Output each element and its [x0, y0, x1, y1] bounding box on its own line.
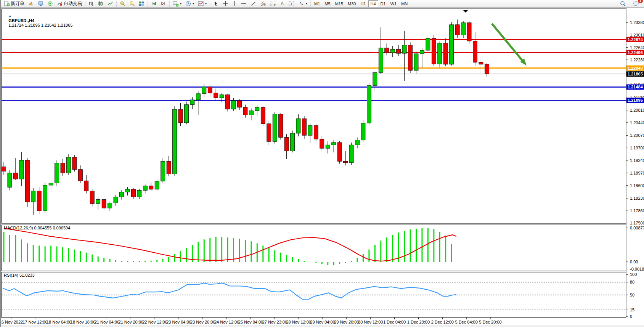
- price-tick-label: 1.19700: [630, 146, 644, 150]
- signals-button[interactable]: [45, 0, 55, 7]
- rsi-indicator-label: RSI(14) 51.0233: [4, 273, 35, 277]
- candle: [467, 22, 471, 41]
- text-button[interactable]: A: [278, 0, 287, 7]
- candle: [337, 143, 342, 161]
- vertical-line-button[interactable]: [230, 0, 239, 7]
- candle: [108, 203, 112, 208]
- candle: [355, 140, 360, 145]
- price-tick-label: 1.20810: [630, 108, 644, 112]
- text-icon: A: [280, 1, 285, 6]
- price-axis-column[interactable]: [626, 7, 644, 327]
- rsi-axis-label: 100: [630, 272, 637, 277]
- horn-button[interactable]: [26, 0, 36, 7]
- candle: [402, 45, 406, 54]
- monitor-icon: [38, 1, 43, 6]
- timeframe-h4-button[interactable]: H4: [368, 0, 378, 7]
- timeframe-mn-button[interactable]: MN: [399, 0, 410, 7]
- chevron-down-icon: ▾: [205, 2, 207, 5]
- candle: [279, 114, 283, 138]
- templates-button[interactable]: ▾: [196, 0, 209, 7]
- svg-text:F: F: [274, 4, 276, 6]
- cursor-button[interactable]: [211, 0, 221, 7]
- text-label-button[interactable]: T: [287, 0, 297, 7]
- candle: [443, 43, 448, 64]
- zoom-in-button[interactable]: [118, 0, 127, 7]
- signal-icon: [47, 1, 53, 6]
- toolbar-group-objects: E F A T ▾: [210, 0, 310, 7]
- candle: [367, 85, 371, 123]
- equidistant-channel-button[interactable]: E: [258, 0, 268, 7]
- bar-chart-button[interactable]: [87, 0, 96, 7]
- chart-quote-values: 1.21724 1.21895 1.21642 1.21865: [8, 23, 72, 27]
- timeframe-m5-button[interactable]: M5: [322, 0, 332, 7]
- candle: [120, 192, 124, 197]
- collapse-chart-icon[interactable]: ▼: [8, 15, 11, 18]
- toolbar-right: 1: [618, 0, 644, 7]
- macd-axis-label: -0.001842: [630, 267, 644, 271]
- chart-shift-button[interactable]: [159, 0, 168, 7]
- new-order-button[interactable]: 新订单: [2, 0, 26, 7]
- chevron-down-icon: ▾: [193, 2, 194, 5]
- time-tick-label: 18 Nov 18:00: [71, 320, 95, 324]
- candle: [37, 191, 41, 211]
- candle: [361, 123, 365, 140]
- tile-windows-button[interactable]: [137, 0, 146, 7]
- crosshair-button[interactable]: [221, 0, 230, 7]
- chart-title: ▼ GBPUSD-,H4 1.21724 1.21895 1.21642 1.2…: [4, 9, 72, 32]
- candle: [90, 191, 94, 204]
- time-tick-label: 27 Nov 23:00: [262, 320, 287, 324]
- level-price-tag-label: 1.21484: [628, 85, 643, 89]
- timeframe-h1-button[interactable]: H1: [358, 0, 368, 7]
- chevron-down-icon: ▾: [180, 2, 181, 5]
- candle: [291, 133, 295, 151]
- auto-trading-button[interactable]: 自动交易: [55, 0, 84, 7]
- auto-scroll-button[interactable]: [149, 0, 159, 7]
- price-tick-label: 1.18230: [630, 196, 644, 200]
- candle: [220, 95, 224, 98]
- zoom-out-button[interactable]: [127, 0, 137, 7]
- mt4-window: 新订单 自动交易: [0, 0, 644, 327]
- candlestick-chart-button[interactable]: [96, 0, 106, 7]
- timeframe-w1-button[interactable]: W1: [388, 0, 399, 7]
- bar-chart-icon: [88, 1, 94, 6]
- candle: [202, 87, 206, 94]
- market-button[interactable]: [36, 0, 45, 7]
- periodicity-button[interactable]: ▾: [183, 0, 196, 7]
- candlestick-chart-icon: [98, 1, 104, 6]
- timeframe-d1-button[interactable]: D1: [378, 0, 388, 7]
- new-chart-button[interactable]: ▾: [171, 0, 183, 7]
- candle: [214, 93, 218, 98]
- price-tick-label: 1.22280: [630, 58, 644, 62]
- new-order-label: 新订单: [11, 0, 24, 7]
- line-chart-icon: [108, 1, 113, 6]
- candle: [349, 145, 353, 163]
- time-tick-label: 23 Nov 20:00: [190, 320, 215, 324]
- search-button[interactable]: [618, 0, 628, 7]
- time-tick-label: 5 Dec 04:00: [455, 320, 477, 324]
- timeframe-m15-button[interactable]: M15: [333, 0, 345, 7]
- timeframe-m1-button[interactable]: M1: [312, 0, 322, 7]
- horizontal-line-button[interactable]: [239, 0, 249, 7]
- notifications-button[interactable]: 1: [631, 0, 641, 7]
- line-chart-button[interactable]: [106, 0, 115, 7]
- new-order-icon: [4, 1, 10, 6]
- price-tick-label: 1.23010: [630, 33, 644, 37]
- trendline-button[interactable]: [249, 0, 258, 7]
- candle: [149, 186, 153, 189]
- candle: [261, 107, 265, 124]
- price-tick-label: 1.22640: [630, 45, 644, 50]
- tile-windows-icon: [139, 1, 145, 6]
- toolbar-group-chart-type: [85, 0, 116, 7]
- arrows-button[interactable]: ▾: [297, 0, 309, 7]
- time-tick-label: 2 Dec 12:00: [431, 320, 454, 324]
- candle: [255, 107, 259, 111]
- time-tick-label: 21 Nov 04:00: [95, 320, 119, 324]
- timeframe-m30-button[interactable]: M30: [345, 0, 358, 7]
- fibonacci-button[interactable]: F: [268, 0, 278, 7]
- auto-trading-label: 自动交易: [64, 0, 82, 7]
- toolbar-group-timeframes: M1M5M15M30H1H4D1W1MN: [310, 0, 411, 7]
- main-pane: [2, 9, 626, 223]
- candle: [485, 64, 489, 74]
- candle: [8, 173, 12, 188]
- chart-canvas[interactable]: 1.233801.230101.226401.222801.219101.215…: [1, 0, 644, 327]
